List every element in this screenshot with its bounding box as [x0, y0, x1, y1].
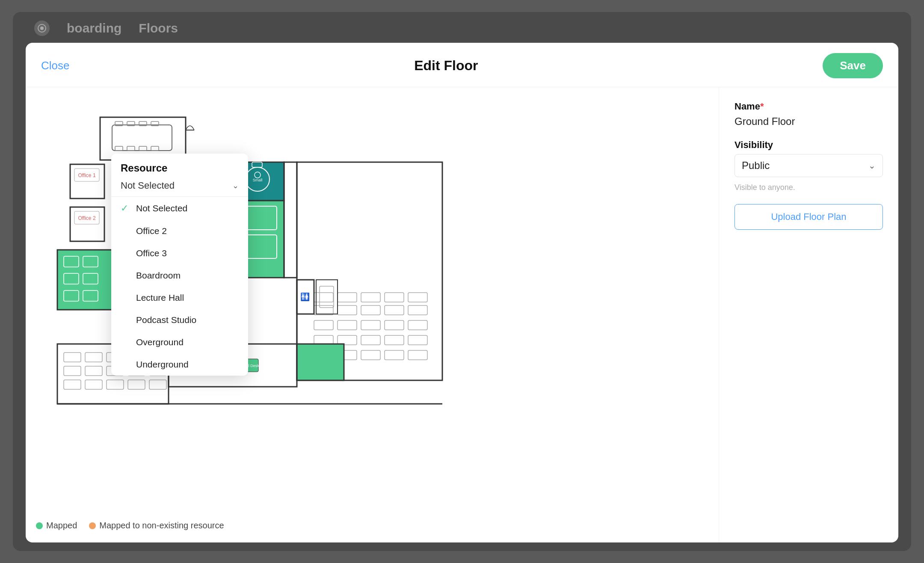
svg-rect-115	[85, 380, 102, 389]
resource-popup-title: Resource	[121, 162, 239, 174]
legend-non-existing-label: Mapped to non-existing resource	[99, 521, 224, 530]
screen-background: boarding Floors Close Edit Floor Save	[13, 12, 911, 551]
svg-rect-80	[338, 305, 357, 315]
svg-rect-97	[385, 350, 404, 360]
svg-rect-75	[338, 293, 357, 302]
svg-text:Small: Small	[253, 178, 263, 182]
legend-non-existing-dot	[89, 522, 96, 529]
legend: Mapped Mapped to non-existing resource	[36, 521, 224, 530]
svg-rect-109	[64, 366, 81, 376]
svg-rect-117	[128, 380, 145, 389]
svg-rect-82	[385, 305, 404, 315]
svg-rect-86	[361, 320, 380, 330]
svg-text:🚻: 🚻	[300, 292, 310, 302]
svg-rect-126	[297, 344, 344, 380]
visibility-hint: Visible to anyone.	[734, 183, 883, 192]
svg-text:Office 1: Office 1	[78, 172, 95, 178]
resource-option-3[interactable]: Boardroom	[111, 264, 248, 287]
svg-rect-102	[320, 286, 334, 308]
svg-rect-78	[408, 293, 427, 302]
save-button[interactable]: Save	[823, 53, 883, 78]
legend-mapped-dot	[36, 522, 43, 529]
svg-rect-79	[314, 305, 333, 315]
edit-floor-modal: Close Edit Floor Save	[26, 43, 898, 542]
svg-rect-81	[361, 305, 380, 315]
visibility-label: Visibility	[734, 139, 883, 151]
legend-non-existing: Mapped to non-existing resource	[89, 521, 224, 530]
resource-option-0[interactable]: ✓ Not Selected	[111, 197, 248, 220]
modal-body: Open Space Small 🚻	[26, 87, 898, 542]
svg-rect-88	[408, 320, 427, 330]
resource-option-label-1: Office 2	[136, 226, 167, 236]
svg-rect-91	[361, 335, 380, 345]
app-name: boarding	[67, 21, 121, 36]
svg-rect-93	[408, 335, 427, 345]
resource-option-label-4: Lecture Hall	[136, 293, 184, 303]
modal-header: Close Edit Floor Save	[26, 43, 898, 87]
svg-rect-96	[361, 350, 380, 360]
svg-rect-110	[85, 366, 102, 376]
svg-point-1	[40, 27, 44, 30]
svg-rect-104	[64, 353, 81, 362]
svg-rect-72	[284, 162, 297, 278]
resource-option-label-2: Office 3	[136, 248, 167, 258]
resource-option-label-0: Not Selected	[136, 203, 187, 213]
name-label: Name*	[734, 101, 883, 112]
name-value: Ground Floor	[734, 116, 883, 127]
page-title: Floors	[139, 21, 178, 36]
resource-popup-header: Resource	[111, 154, 248, 176]
svg-rect-3	[112, 125, 172, 151]
resource-chevron-icon: ⌄	[232, 181, 239, 190]
top-bar: boarding Floors	[21, 21, 903, 43]
svg-rect-10	[139, 146, 147, 151]
resource-dropdown-popup: Resource Not Selected ⌄ ✓ Not Selected O…	[111, 154, 248, 376]
svg-rect-74	[314, 293, 333, 302]
resource-option-label-5: Podcast Studio	[136, 315, 196, 325]
svg-rect-83	[408, 305, 427, 315]
legend-mapped-label: Mapped	[46, 521, 77, 530]
svg-rect-85	[338, 320, 357, 330]
resource-option-6[interactable]: Overground	[111, 331, 248, 353]
visibility-chevron-icon: ⌄	[868, 160, 876, 171]
floor-plan-area: Open Space Small 🚻	[26, 87, 719, 542]
legend-mapped: Mapped	[36, 521, 77, 530]
svg-rect-116	[107, 380, 124, 389]
visibility-value: Public	[742, 160, 770, 172]
resource-option-4[interactable]: Lecture Hall	[111, 287, 248, 309]
visibility-field-group: Visibility Public ⌄ Visible to anyone.	[734, 139, 883, 192]
svg-rect-98	[408, 350, 427, 360]
svg-rect-8	[115, 146, 123, 151]
visibility-dropdown[interactable]: Public ⌄	[734, 154, 883, 177]
check-icon-0: ✓	[121, 203, 130, 214]
modal-title: Edit Floor	[414, 58, 478, 74]
svg-text:Office 2: Office 2	[78, 215, 95, 221]
svg-rect-84	[314, 320, 333, 330]
resource-select-bar[interactable]: Not Selected ⌄	[111, 176, 248, 197]
app-icon	[34, 21, 50, 36]
svg-rect-114	[64, 380, 81, 389]
resource-option-label-7: Underground	[136, 359, 189, 370]
upload-floor-plan-button[interactable]: Upload Floor Plan	[734, 204, 883, 230]
resource-option-label-3: Boardroom	[136, 270, 181, 281]
resource-option-1[interactable]: Office 2	[111, 220, 248, 242]
svg-rect-87	[385, 320, 404, 330]
svg-rect-105	[85, 353, 102, 362]
svg-rect-9	[127, 146, 135, 151]
svg-rect-92	[385, 335, 404, 345]
svg-rect-118	[149, 380, 166, 389]
resource-option-7[interactable]: Underground	[111, 353, 248, 376]
svg-rect-76	[361, 293, 380, 302]
right-panel: Name* Ground Floor Visibility Public ⌄ V…	[719, 87, 898, 542]
close-button[interactable]: Close	[41, 59, 69, 72]
name-field-group: Name* Ground Floor	[734, 101, 883, 127]
svg-rect-11	[151, 146, 159, 151]
svg-rect-77	[385, 293, 404, 302]
resource-option-5[interactable]: Podcast Studio	[111, 309, 248, 331]
resource-option-label-6: Overground	[136, 337, 184, 347]
resource-option-2[interactable]: Office 3	[111, 242, 248, 264]
resource-selected-value: Not Selected	[121, 180, 175, 191]
svg-rect-17	[57, 250, 117, 310]
